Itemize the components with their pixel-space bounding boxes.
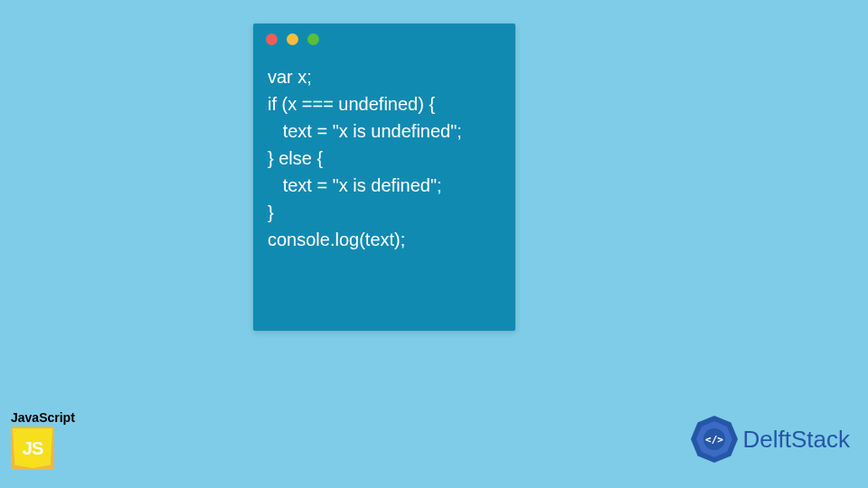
svg-point-7 xyxy=(726,451,730,455)
brand-logo-icon: </> xyxy=(689,414,740,465)
code-line: } xyxy=(268,202,274,222)
code-body: var x; if (x === undefined) { text = "x … xyxy=(253,54,515,267)
svg-point-5 xyxy=(726,423,730,427)
javascript-logo-icon: JS xyxy=(11,427,54,470)
javascript-logo-text: JS xyxy=(23,438,42,459)
code-line: text = "x is undefined"; xyxy=(268,121,462,141)
svg-point-9 xyxy=(698,451,702,455)
brand-name: DelftStack xyxy=(743,426,851,454)
code-window: var x; if (x === undefined) { text = "x … xyxy=(253,23,515,331)
code-line: if (x === undefined) { xyxy=(268,94,435,114)
code-line: var x; xyxy=(268,67,312,87)
javascript-badge: JavaScript JS xyxy=(11,410,75,470)
svg-point-11 xyxy=(698,423,702,427)
code-line: } else { xyxy=(268,148,323,168)
window-titlebar xyxy=(253,23,515,54)
brand: </> DelftStack xyxy=(689,414,851,465)
code-line: console.log(text); xyxy=(268,230,405,249)
minimize-icon xyxy=(287,33,298,45)
javascript-label: JavaScript xyxy=(11,410,75,425)
maximize-icon xyxy=(307,33,319,45)
close-icon xyxy=(266,33,278,45)
svg-text:</>: </> xyxy=(705,434,723,446)
svg-point-4 xyxy=(712,418,715,421)
svg-point-10 xyxy=(692,437,695,441)
svg-point-8 xyxy=(712,457,715,461)
svg-point-6 xyxy=(731,437,735,441)
code-line: text = "x is defined"; xyxy=(268,175,442,195)
